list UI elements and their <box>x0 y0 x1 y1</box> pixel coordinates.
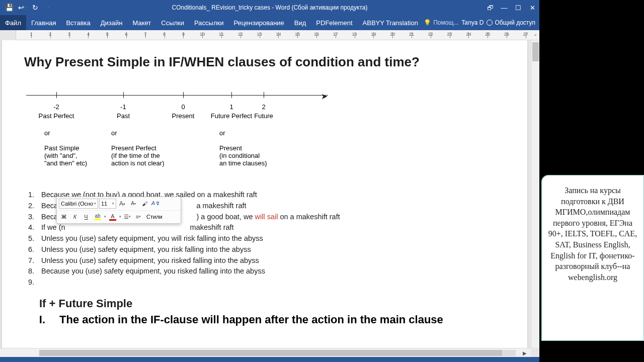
tell-me-search[interactable]: 💡Помощ... <box>424 19 458 26</box>
timeline-diagram: ➤ -2Past PerfectorPast Simple (with "and… <box>24 83 517 178</box>
tab-mailings[interactable]: Рассылки <box>189 15 228 30</box>
maximize-icon[interactable]: ☐ <box>511 0 525 15</box>
underline-icon[interactable]: Ч <box>81 212 91 222</box>
list-item: 6.Unless you (use) safety equipment, you… <box>24 244 517 255</box>
tab-view[interactable]: Вид <box>289 15 311 30</box>
numbering-icon[interactable]: ≡▾ <box>133 212 143 222</box>
ruler-number: 11 <box>219 32 224 37</box>
promo-text: Запись на курсы подготовки к ДВИ МГИМО,о… <box>548 186 637 282</box>
ruler-number: 7 <box>144 32 146 37</box>
timeline-label: Future Perfect <box>211 112 252 120</box>
tab-review[interactable]: Рецензирование <box>228 15 289 30</box>
bullets-icon[interactable]: ☰▾ <box>122 212 132 222</box>
list-text <box>41 277 517 288</box>
horizontal-scroll-thumb[interactable] <box>39 350 502 356</box>
document-area: Why Present Simple in IF/WHEN clauses of… <box>0 40 539 357</box>
user-name[interactable]: Tanya D <box>461 19 484 26</box>
ruler-number: 27 <box>523 32 528 37</box>
styles-button[interactable]: Стили <box>144 214 165 220</box>
share-button[interactable]: Общий доступ <box>487 19 535 26</box>
timeline-or: or <box>219 129 225 137</box>
list-item: 7.Unless you (use) safety equipment, you… <box>24 255 517 266</box>
vertical-scrollbar[interactable] <box>531 40 539 348</box>
ruler-number: 20 <box>390 32 395 37</box>
tab-layout[interactable]: Макет <box>127 15 156 30</box>
list-number: 7. <box>24 255 41 266</box>
font-name-combo[interactable]: Calibri (Осно▾ <box>59 199 98 209</box>
list-number: 5. <box>24 233 41 244</box>
roman-text: The action in the IF-clause will happen … <box>59 313 517 326</box>
tab-home[interactable]: Главная <box>26 15 61 30</box>
font-size-combo[interactable]: 11▾ <box>99 199 116 209</box>
ruler-number: 15 <box>295 32 300 37</box>
qat-customize-icon[interactable]: ▾ <box>42 2 54 14</box>
share-icon <box>487 20 493 26</box>
tab-design[interactable]: Дизайн <box>96 15 128 30</box>
list-number: 3. <box>24 212 41 223</box>
window-controls: 🗗 — ☐ ✕ <box>483 0 539 15</box>
bold-icon[interactable]: Ж <box>59 212 69 222</box>
heading-1: Why Present Simple in IF/WHEN clauses of… <box>24 54 517 70</box>
list-number: 4. <box>24 222 41 233</box>
ruler-number: 21 <box>409 32 414 37</box>
timeline-index: 1 <box>229 103 233 111</box>
font-color-icon[interactable]: A <box>107 212 118 221</box>
ruler-number: 10 <box>200 32 205 37</box>
ruler-number: 9 <box>182 32 185 37</box>
ruler-number: 12 <box>238 32 243 37</box>
save-icon[interactable]: 💾 <box>3 2 15 14</box>
tab-file[interactable]: Файл <box>0 15 26 30</box>
ruler-corner <box>0 30 16 40</box>
ruler-number: 1 <box>30 32 32 37</box>
timeline-label: Past Perfect <box>39 112 74 120</box>
timeline-index: -1 <box>120 103 126 111</box>
format-painter-icon[interactable]: 🖌 <box>139 199 149 209</box>
ribbon-display-options-icon[interactable]: 🗗 <box>483 0 497 15</box>
list-text: Because you (use) safety equipment, you … <box>41 266 517 277</box>
tab-references[interactable]: Ссылки <box>156 15 189 30</box>
ruler-number: 3 <box>68 32 70 37</box>
vertical-scroll-thumb[interactable] <box>532 42 539 61</box>
ruler-number: 13 <box>257 32 262 37</box>
close-icon[interactable]: ✕ <box>525 0 539 15</box>
mini-toolbar: Calibri (Осно▾ 11▾ A▴ A▾ 🖌 A↯ Ж К Ч ab ▾… <box>56 197 181 224</box>
timeline-sublabel: Present (in conditional an time clauses) <box>219 144 290 167</box>
list-item: 8.Because you (use) safety equipment, yo… <box>24 266 517 277</box>
timeline-or: or <box>44 129 50 137</box>
document-page[interactable]: Why Present Simple in IF/WHEN clauses of… <box>2 40 527 357</box>
list-text: Unless you (use) safety equipment, you w… <box>41 233 517 244</box>
ruler-number: 17 <box>333 32 338 37</box>
font-color-dropdown-icon[interactable]: ▾ <box>119 215 121 219</box>
list-text: Unless you (use) safety equipment, you r… <box>41 244 517 255</box>
grow-font-icon[interactable]: A▴ <box>117 199 127 209</box>
ruler-number: 19 <box>371 32 376 37</box>
shrink-font-icon[interactable]: A▾ <box>128 199 138 209</box>
minimize-icon[interactable]: — <box>497 0 511 15</box>
horizontal-scrollbar[interactable]: ▶ <box>0 348 531 357</box>
list-number: 6. <box>24 244 41 255</box>
tab-pdfelement[interactable]: PDFelement <box>311 15 357 30</box>
collapse-ribbon-icon[interactable]: ⌄ <box>533 31 537 37</box>
list-item: 9. <box>24 277 517 288</box>
tab-abbyy[interactable]: ABBYY Translation <box>358 15 423 30</box>
timeline-label: Future <box>254 112 273 120</box>
hscroll-right-icon[interactable]: ▶ <box>521 349 529 357</box>
ruler-number: 8 <box>163 32 166 37</box>
ruler-number: 14 <box>276 32 281 37</box>
timeline-sublabel: Past Simple (with "and", "and then" etc) <box>44 144 115 167</box>
italic-icon[interactable]: К <box>70 212 80 222</box>
undo-icon[interactable]: ↩▾ <box>16 2 28 14</box>
redo-icon[interactable]: ↻ <box>29 2 41 14</box>
ruler-number: 22 <box>428 32 433 37</box>
ruler-number: 4 <box>87 32 90 37</box>
tab-insert[interactable]: Вставка <box>61 15 95 30</box>
timeline-sublabel: Present Perfect (if the time of the acti… <box>111 144 182 167</box>
highlight-color-icon[interactable]: ab <box>92 212 103 221</box>
highlight-dropdown-icon[interactable]: ▾ <box>104 215 106 219</box>
bulb-icon: 💡 <box>424 19 431 26</box>
clear-formatting-icon[interactable]: A↯ <box>150 199 160 209</box>
horizontal-ruler[interactable]: 1234567891011121314151617181920212223242… <box>0 30 539 40</box>
ruler-number: 24 <box>466 32 471 37</box>
status-bar <box>0 357 539 362</box>
ruler-number: 2 <box>49 32 51 37</box>
